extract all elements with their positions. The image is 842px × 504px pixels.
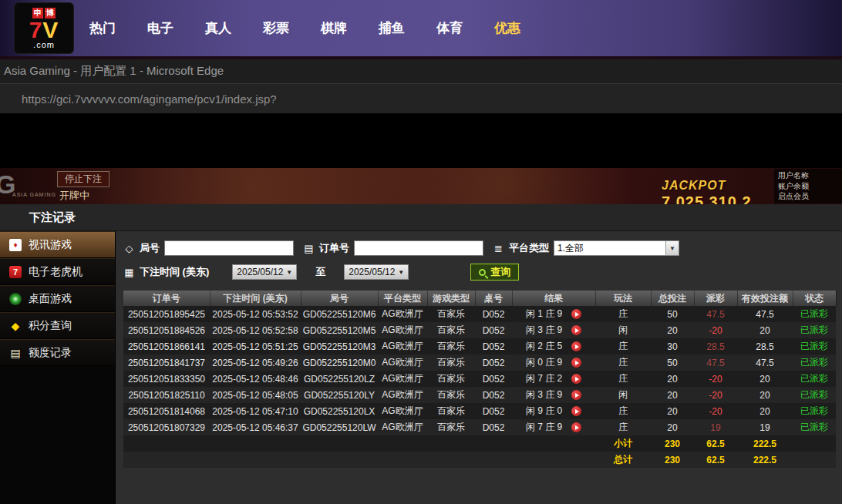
- date-from-picker[interactable]: 2025/05/12 ▼: [232, 264, 297, 280]
- order-input[interactable]: [354, 240, 483, 256]
- table-header-row: 订单号下注时间 (美东)局号平台类型游戏类型桌号结果玩法总投注派彩有效投注额状态: [123, 291, 836, 306]
- payout-cell: -20: [694, 371, 737, 387]
- play-button[interactable]: [571, 390, 581, 400]
- valid-bet-cell: 47.5: [737, 354, 793, 371]
- time-cell: 2025-05-12 05:47:10: [210, 403, 301, 419]
- sidebar-item[interactable]: 电子老虎机: [0, 258, 115, 285]
- time-cell: 2025-05-12 05:48:46: [210, 371, 301, 387]
- result-wrap: 闲 3 庄 9: [512, 324, 595, 337]
- column-header: 状态: [793, 291, 836, 306]
- sidebar-item[interactable]: 积分查询: [0, 312, 115, 339]
- table-row: 2505120518251102025-05-12 05:48:05GD0522…: [123, 387, 836, 403]
- sidebar-item[interactable]: 桌面游戏: [0, 285, 115, 312]
- result-wrap: 闲 7 庄 2: [512, 372, 595, 385]
- result-cell: 闲 3 庄 9: [512, 387, 595, 403]
- chevron-down-icon: ▼: [398, 269, 404, 276]
- play-button[interactable]: [571, 406, 581, 416]
- platform-cell: AG欧洲厅: [378, 338, 427, 354]
- round-input[interactable]: [164, 240, 294, 256]
- platform-filter: ≣ 平台类型 1.全部 ▼: [493, 240, 679, 256]
- ag-brand-text: ASIA GAMING: [12, 192, 56, 197]
- play-button[interactable]: [571, 325, 581, 335]
- game-cell: 百家乐: [427, 403, 475, 419]
- play-type-cell: 庄: [595, 338, 651, 354]
- roulette-icon: [9, 293, 22, 305]
- nav-item-8[interactable]: 优惠: [494, 19, 520, 37]
- table-row: 2505120518333502025-05-12 05:48:46GD0522…: [123, 371, 836, 387]
- table-no-cell: D052: [475, 322, 512, 338]
- status-cell: 已派彩: [793, 371, 836, 387]
- cards-icon: [9, 239, 22, 251]
- play-button[interactable]: [571, 341, 581, 351]
- valid-bet-cell: 20: [737, 322, 793, 338]
- result-wrap: 闲 9 庄 0: [512, 405, 595, 418]
- round-cell: GD052255120LW: [301, 419, 378, 435]
- platform-cell: AG欧洲厅: [378, 403, 427, 419]
- game-cell: 百家乐: [427, 371, 475, 387]
- bet-cell: 20: [651, 371, 694, 387]
- play-button[interactable]: [571, 422, 581, 432]
- subtotal-row-valid: 222.5: [737, 435, 793, 452]
- window-title: Asia Gaming - 用户配置 1 - Microsoft Edge: [4, 64, 224, 79]
- address-bar[interactable]: https://gci.7vvvvvv.com/agingame/pcv1/in…: [0, 83, 842, 114]
- nav-item-6[interactable]: 捕鱼: [379, 19, 405, 37]
- result-wrap: 闲 3 庄 9: [512, 388, 595, 402]
- platform-cell: AG欧洲厅: [378, 322, 427, 338]
- play-button[interactable]: [571, 374, 581, 384]
- sidebar-item[interactable]: 额度记录: [0, 339, 115, 366]
- time-label: 下注时间 (美东): [140, 265, 209, 279]
- result-cell: 闲 1 庄 9: [512, 306, 595, 322]
- sidebar-item[interactable]: 视讯游戏: [0, 231, 115, 258]
- account-line-balance: 账户余额: [778, 181, 838, 192]
- result-text: 闲 1 庄 9: [526, 307, 562, 321]
- sidebar-item-label: 视讯游戏: [29, 238, 72, 252]
- order-cell: 250512051895425: [123, 306, 210, 322]
- order-label: 订单号: [319, 241, 349, 255]
- order-cell: 250512051807329: [123, 419, 210, 435]
- result-wrap: 闲 0 庄 9: [512, 356, 595, 369]
- nav-item-1[interactable]: 热门: [89, 19, 116, 37]
- nav-item-2[interactable]: 电子: [147, 19, 173, 37]
- play-type-cell: 闲: [595, 322, 651, 338]
- game-cell: 百家乐: [427, 322, 475, 338]
- table-no-cell: D052: [475, 403, 512, 419]
- status-cell: 已派彩: [793, 338, 836, 354]
- bet-cell: 20: [651, 387, 694, 403]
- round-cell: GD052255120LY: [301, 387, 378, 403]
- nav-item-4[interactable]: 彩票: [263, 19, 289, 37]
- subtotal-row-payout: 62.5: [694, 435, 737, 452]
- column-header: 派彩: [694, 291, 737, 306]
- result-text: 闲 0 庄 9: [526, 356, 562, 369]
- play-type-cell: 庄: [595, 354, 651, 371]
- status-cell: 已派彩: [793, 322, 836, 338]
- screen: 申 博 7V .com 热门电子真人彩票棋牌捕鱼体育优惠 Asia Gaming…: [0, 0, 842, 504]
- platform-cell: AG欧洲厅: [378, 419, 427, 435]
- status-cell: 已派彩: [793, 419, 836, 435]
- result-wrap: 闲 2 庄 5: [512, 340, 595, 353]
- jackpot-label: JACKPOT: [662, 179, 752, 193]
- result-text: 闲 7 庄 2: [526, 372, 562, 385]
- play-button[interactable]: [571, 309, 581, 319]
- total-row-bet: 230: [651, 452, 694, 468]
- column-header: 总投注: [651, 291, 694, 306]
- column-header: 桌号: [475, 291, 512, 306]
- order-icon: ▤: [303, 243, 315, 254]
- logo-wordmark: 7V: [29, 18, 59, 42]
- site-logo[interactable]: 申 博 7V .com: [14, 2, 74, 54]
- table-no-cell: D052: [475, 387, 512, 403]
- play-type-cell: 庄: [595, 371, 651, 387]
- date-to-picker[interactable]: 2025/05/12 ▼: [344, 264, 409, 280]
- sidebar-item-label: 桌面游戏: [29, 292, 72, 306]
- calendar-icon: ▦: [123, 267, 135, 278]
- search-button[interactable]: 查询: [470, 264, 519, 281]
- play-button[interactable]: [571, 358, 581, 368]
- nav-item-3[interactable]: 真人: [205, 19, 231, 37]
- status-cell: 已派彩: [793, 306, 836, 322]
- valid-bet-cell: 20: [737, 403, 793, 419]
- nav-item-7[interactable]: 体育: [436, 19, 463, 37]
- nav-item-5[interactable]: 棋牌: [321, 19, 347, 37]
- platform-select[interactable]: 1.全部 ▼: [554, 240, 679, 256]
- time-cell: 2025-05-12 05:49:26: [210, 354, 301, 371]
- bet-cell: 30: [651, 338, 694, 354]
- panel-body: 视讯游戏电子老虎机桌面游戏积分查询额度记录 ◇ 局号 ▤ 订单号: [0, 231, 842, 504]
